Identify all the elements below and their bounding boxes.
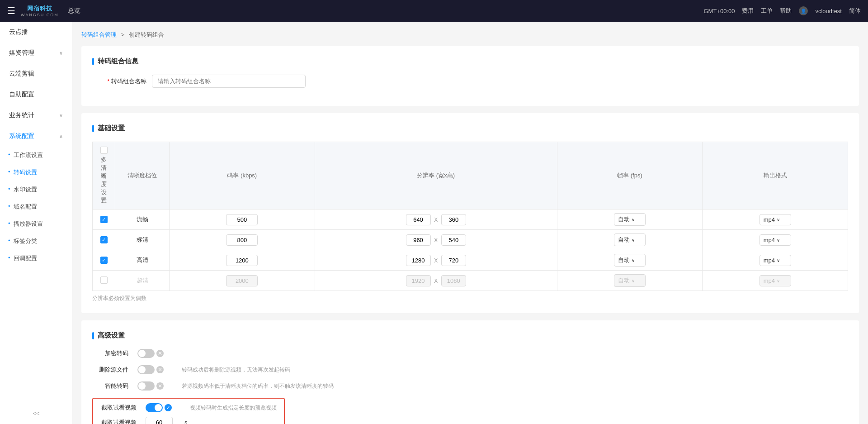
format-chevron-0: ∨: [777, 217, 780, 222]
row-format-select-1[interactable]: mp4 ∨: [760, 234, 791, 246]
basic-settings-title: 基础设置: [92, 124, 848, 133]
row-height-input-1[interactable]: [441, 234, 466, 246]
smart-transcode-toggle-wrap: ✕: [137, 381, 164, 391]
format-value-3: mp4: [764, 277, 775, 284]
sidebar-item-self-config[interactable]: 自助配置: [0, 84, 72, 105]
row-width-input-2[interactable]: [406, 255, 431, 266]
row-quality-3: 超清: [115, 271, 170, 291]
fps-value-2: 自动: [618, 256, 630, 264]
preview-duration-unit: s: [184, 419, 188, 424]
sidebar-sub-player[interactable]: 播放器设置: [0, 215, 72, 233]
row-bitrate-input-0[interactable]: [226, 214, 258, 225]
breadcrumb-separator: >: [121, 31, 125, 38]
smart-transcode-toggle[interactable]: [137, 381, 155, 391]
row-format-cell-0: mp4 ∨: [703, 210, 848, 230]
row-fps-select-0[interactable]: 自动 ∨: [614, 213, 646, 226]
format-value-0: mp4: [764, 216, 775, 223]
simplify-link[interactable]: 简体: [849, 7, 861, 15]
table-row: 超清 X 自动 ∨ mp4 ∨: [93, 271, 848, 291]
table-row: 流畅 X 自动 ∨ mp4 ∨: [93, 210, 848, 230]
row-format-select-3: mp4 ∨: [760, 275, 791, 286]
preview-duration-input[interactable]: [146, 417, 173, 424]
row-resolution-cell-2: X: [315, 250, 557, 271]
sidebar-item-biz-stats[interactable]: 业务统计 ∨: [0, 105, 72, 126]
row-bitrate-cell-3: [170, 271, 315, 291]
sidebar: 云点播 媒资管理 ∨ 云端剪辑 自助配置 业务统计 ∨ 系统配置 ∧ 工作流设置…: [0, 22, 72, 424]
fee-link[interactable]: 费用: [742, 7, 754, 15]
preview-duration-label: 截取试看视频: [100, 419, 137, 424]
row-checkbox-1[interactable]: [100, 236, 108, 243]
sidebar-item-cloud-vod[interactable]: 云点播: [0, 22, 72, 43]
top-nav-right: GMT+00:00 费用 工单 帮助 👤 vcloudtest 简体: [703, 6, 861, 15]
row-bitrate-cell-2: [170, 250, 315, 271]
timezone: GMT+00:00: [703, 8, 735, 14]
workflow-label: 工作流设置: [14, 152, 43, 158]
encrypt-toggle[interactable]: [137, 349, 155, 358]
row-bitrate-input-1[interactable]: [226, 234, 258, 246]
basic-info-title: 转码组合信息: [92, 57, 848, 66]
row-resolution-cell-3: X: [315, 271, 557, 291]
collapse-icon: <<: [33, 410, 39, 417]
row-fps-select-2[interactable]: 自动 ∨: [614, 254, 646, 267]
table-header-format: 输出格式: [703, 142, 848, 210]
watermark-label: 水印设置: [14, 186, 37, 193]
sidebar-collapse-button[interactable]: <<: [0, 410, 72, 417]
format-value-2: mp4: [764, 257, 775, 264]
row-bitrate-input-2[interactable]: [226, 255, 258, 266]
row-fps-select-1[interactable]: 自动 ∨: [614, 233, 646, 246]
sidebar-item-cloud-edit[interactable]: 云端剪辑: [0, 63, 72, 84]
order-link[interactable]: 工单: [761, 7, 773, 15]
row-width-input-3: [406, 275, 431, 286]
delete-source-toggle[interactable]: [137, 365, 155, 374]
sidebar-sub-workflow[interactable]: 工作流设置: [0, 147, 72, 164]
row-format-select-2[interactable]: mp4 ∨: [760, 255, 791, 266]
preview-toggle[interactable]: [146, 403, 163, 412]
breadcrumb-current: 创建转码组合: [129, 31, 164, 38]
table-header-fps: 帧率 (fps): [557, 142, 703, 210]
row-checkbox-cell: [93, 230, 115, 250]
main-content: 转码组合管理 > 创建转码组合 转码组合信息 转码组合名称 基础设置 多清晰度设…: [72, 22, 868, 424]
row-quality-0: 流畅: [115, 210, 170, 230]
sidebar-item-media-management[interactable]: 媒资管理 ∨: [0, 43, 72, 63]
row-checkbox-0[interactable]: [100, 216, 108, 223]
sidebar-sub-callback[interactable]: 回调配置: [0, 250, 72, 267]
sidebar-sub-transcode[interactable]: 转码设置: [0, 164, 72, 181]
row-checkbox-2[interactable]: [100, 257, 108, 264]
smart-transcode-toggle-x: ✕: [156, 382, 164, 390]
adv-row-preview-toggle: 截取试看视频 ✓ 视频转码时生成指定长度的预览视频: [100, 403, 277, 412]
cloud-edit-label: 云端剪辑: [9, 70, 34, 78]
row-width-input-1[interactable]: [406, 234, 431, 246]
row-width-input-0[interactable]: [406, 214, 431, 225]
domain-label: 域名配置: [14, 203, 37, 210]
logo: 网宿科技 WANGSU.COM: [21, 5, 59, 17]
username[interactable]: vcloudtest: [815, 8, 842, 14]
player-label: 播放器设置: [14, 220, 43, 227]
sidebar-sub-tags[interactable]: 标签分类: [0, 233, 72, 250]
media-management-label: 媒资管理: [9, 49, 34, 57]
basic-info-card: 转码组合信息 转码组合名称: [81, 46, 859, 106]
delete-source-toggle-wrap: ✕: [137, 365, 164, 374]
menu-icon[interactable]: ☰: [7, 5, 15, 16]
logo-text: 网宿科技: [27, 5, 52, 13]
multi-quality-header-label: 多清晰度设置: [98, 156, 109, 205]
quality-table: 多清晰度设置 清晰度档位 码率 (kbps) 分辨率 (宽x高) 帧率 (fps…: [92, 142, 848, 291]
nav-overview[interactable]: 总览: [68, 7, 80, 15]
format-chevron-3: ∨: [777, 278, 780, 283]
select-all-checkbox[interactable]: [100, 147, 108, 154]
name-input[interactable]: [152, 75, 306, 88]
row-height-input-2[interactable]: [441, 255, 466, 266]
top-navigation: ☰ 网宿科技 WANGSU.COM 总览 GMT+00:00 费用 工单 帮助 …: [0, 0, 868, 22]
row-format-select-0[interactable]: mp4 ∨: [760, 214, 791, 225]
sidebar-item-sys-config[interactable]: 系统配置 ∧: [0, 126, 72, 147]
breadcrumb-parent[interactable]: 转码组合管理: [81, 31, 117, 38]
advanced-settings-card: 高级设置 加密转码 ✕ 删除源文件 ✕ 转码成功后将删除源视频，无法再次发起转码…: [81, 320, 859, 424]
sidebar-sub-watermark[interactable]: 水印设置: [0, 181, 72, 198]
help-link[interactable]: 帮助: [780, 7, 792, 15]
row-height-input-0[interactable]: [441, 214, 466, 225]
sidebar-sub-domain[interactable]: 域名配置: [0, 198, 72, 215]
preview-toggle-wrap: ✓: [146, 403, 172, 412]
breadcrumb: 转码组合管理 > 创建转码组合: [81, 31, 859, 39]
encrypt-toggle-wrap: ✕: [137, 349, 164, 358]
media-management-collapse-icon: ∨: [59, 50, 63, 56]
row-checkbox-3[interactable]: [100, 276, 108, 284]
